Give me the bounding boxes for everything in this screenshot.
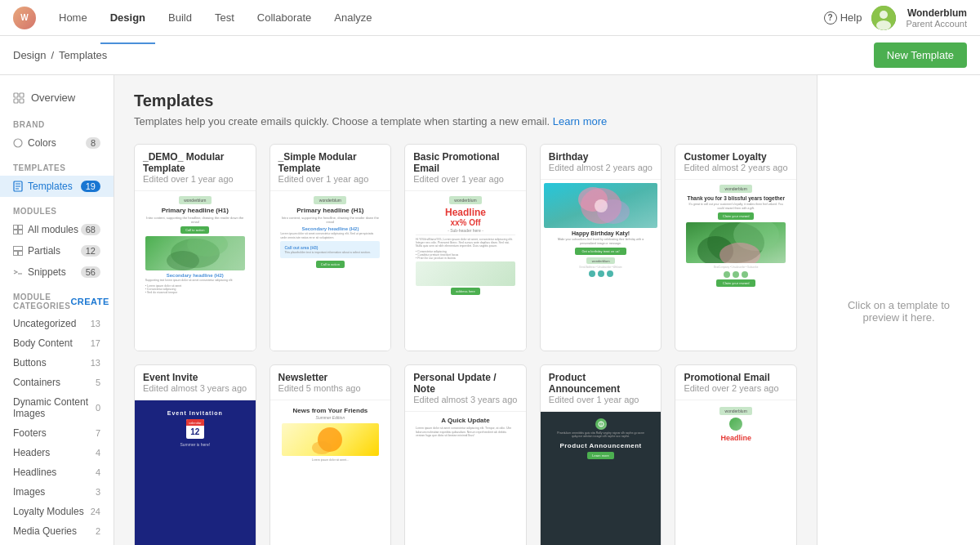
- sidebar-item-snippets[interactable]: Snippets 56: [0, 261, 114, 283]
- sidebar-overview[interactable]: Overview: [0, 85, 114, 110]
- sidebar-item-colors[interactable]: Colors 8: [0, 132, 114, 154]
- svg-point-26: [595, 199, 608, 212]
- category-headlines[interactable]: Headlines4: [0, 462, 114, 482]
- svg-point-32: [312, 441, 332, 454]
- svg-rect-15: [19, 230, 23, 235]
- template-card-product[interactable]: Product Announcement Edited over 1 year …: [540, 364, 662, 545]
- all-modules-left: All modules: [13, 224, 78, 235]
- sidebar: Overview BRAND Colors 8 TEMPLATES Templa…: [0, 75, 114, 545]
- nav-build[interactable]: Build: [158, 2, 202, 34]
- template-card-basic-header: Basic Promotional Email Edited over 1 ye…: [405, 145, 526, 191]
- sidebar-item-templates[interactable]: Templates 19: [0, 176, 114, 197]
- template-name: Basic Promotional Email: [413, 151, 518, 174]
- page-title: Templates: [134, 92, 797, 110]
- template-name: _DEMO_ Modular Template: [143, 151, 247, 174]
- partials-left: Partials: [13, 245, 60, 257]
- preview-loyalty-btn: Claim your reward: [718, 212, 754, 220]
- nav-collaborate[interactable]: Collaborate: [247, 2, 322, 34]
- nav-design[interactable]: Design: [100, 2, 155, 34]
- preview-birthday-footer: Email Address • Unsubscribe • Website: [580, 266, 622, 269]
- help-label: Help: [840, 11, 862, 24]
- template-date: Edited almost 3 years ago: [143, 383, 247, 393]
- preview-btn-simple: Call to action: [316, 261, 345, 268]
- template-preview-simple: wonderblum Primary headline (H1) Intro c…: [270, 191, 391, 351]
- colors-count: 8: [86, 137, 100, 149]
- template-preview-birthday: Happy Birthday Katy! Make your subscribe…: [541, 180, 662, 339]
- preview-product-text: Praettulum ommittitis guis vita Rally ve…: [552, 431, 648, 438]
- right-panel-text: Click on a template to preview it here.: [834, 299, 964, 324]
- preview-birthday-image: [544, 183, 658, 228]
- svg-point-2: [876, 20, 891, 30]
- template-card-personal[interactable]: Personal Update / Note Edited almost 3 y…: [404, 364, 527, 545]
- category-buttons[interactable]: Buttons13: [0, 353, 114, 373]
- category-containers[interactable]: Containers5: [0, 373, 114, 392]
- category-images[interactable]: Images3: [0, 482, 114, 502]
- preview-body-basic: Hi %%firstName%%, Lorem ipsum dolor sit …: [416, 238, 515, 248]
- template-date: Edited over 1 year ago: [549, 395, 653, 404]
- category-headers[interactable]: Headers4: [0, 443, 114, 462]
- template-preview-newsletter: News from Your Friends Summer Edition Lo…: [270, 400, 391, 545]
- category-loyalty[interactable]: Loyalty Modules24: [0, 502, 114, 521]
- preview-img-basic: [416, 261, 515, 286]
- template-card-basic-promo[interactable]: Basic Promotional Email Edited over 1 ye…: [404, 144, 527, 351]
- category-body-content[interactable]: Body Content17: [0, 333, 114, 353]
- template-preview-loyalty: wonderblum Thank you for 3 blissful year…: [675, 180, 796, 339]
- svg-rect-14: [14, 230, 18, 235]
- templates-label: Templates: [28, 181, 73, 192]
- right-panel: Click on a template to preview it here.: [817, 75, 980, 545]
- template-card-promo-header: Promotional Email Edited over 2 years ag…: [675, 365, 796, 400]
- help-button[interactable]: ? Help: [824, 11, 862, 25]
- breadcrumb-design[interactable]: Design: [13, 49, 46, 61]
- category-promotional[interactable]: Promotional Modules10: [0, 541, 114, 545]
- category-dynamic-content[interactable]: Dynamic Content Images0: [0, 392, 114, 423]
- svg-point-1: [880, 11, 888, 19]
- preview-logo: wonderblum: [179, 196, 212, 204]
- new-template-button[interactable]: New Template: [874, 42, 967, 68]
- preview-more-text: • Lorem ipsum dolor sit amet• Consectetu…: [145, 284, 245, 295]
- template-card-newsletter[interactable]: Newsletter Edited 5 months ago News from…: [270, 364, 392, 545]
- preview-event-sub: Summer is here!: [180, 442, 210, 447]
- nav-analyze[interactable]: Analyze: [324, 2, 381, 34]
- template-date: Edited over 1 year ago: [143, 174, 247, 184]
- template-card-birthday[interactable]: Birthday Edited almost 2 years ago Happy…: [540, 144, 662, 351]
- template-preview-basic: wonderblum Headline xx% Off - Sub-header…: [405, 191, 526, 351]
- overview-label: Overview: [31, 92, 75, 104]
- template-date: Edited almost 3 years ago: [413, 395, 518, 404]
- template-card-event[interactable]: Event Invite Edited almost 3 years ago E…: [134, 364, 256, 545]
- sidebar-item-partials[interactable]: Partials 12: [0, 240, 114, 261]
- preview-h2-simple: Secondary headline (H2): [301, 226, 359, 231]
- preview-body-text: Supporting text lorem ipsum dolor sit am…: [145, 279, 245, 282]
- module-categories-title: MODULE CATEGORIES: [13, 293, 70, 310]
- template-card-demo[interactable]: _DEMO_ Modular Template Edited over 1 ye…: [134, 144, 256, 351]
- category-uncategorized[interactable]: Uncategorized13: [0, 314, 114, 333]
- app-logo: W: [13, 7, 36, 29]
- preview-event-content: Event Invitation calendar 12 Summer is h…: [135, 400, 256, 545]
- module-categories-header: MODULE CATEGORIES Create: [0, 283, 114, 314]
- svg-rect-17: [14, 252, 18, 256]
- preview-loyalty-text: It's great to call out your customer's l…: [686, 203, 786, 210]
- category-footers[interactable]: Footers7: [0, 423, 114, 443]
- colors-label: Colors: [28, 137, 56, 149]
- preview-promo-email-content: wonderblum Headline: [675, 400, 796, 545]
- create-category-button[interactable]: Create: [70, 297, 109, 306]
- preview-promo-headline: Headline: [720, 434, 751, 442]
- template-card-loyalty[interactable]: Customer Loyalty Edited almost 2 years a…: [675, 144, 797, 351]
- template-card-promo-email[interactable]: Promotional Email Edited over 2 years ag…: [675, 364, 797, 545]
- preview-product-logo: [595, 418, 607, 430]
- snippets-icon: [13, 267, 23, 277]
- user-name: Wonderblum: [906, 7, 967, 19]
- preview-product-content: Praettulum ommittitis guis vita Rally ve…: [541, 412, 662, 545]
- sidebar-item-all-modules[interactable]: All modules 68: [0, 219, 114, 240]
- snippets-left: Snippets: [13, 266, 66, 278]
- template-card-simple-header: _Simple Modular Template Edited over 1 y…: [270, 145, 391, 191]
- sidebar-item-colors-left: Colors: [13, 137, 56, 149]
- preview-birthday-social: [589, 270, 613, 277]
- nav-home[interactable]: Home: [49, 2, 97, 34]
- template-name: Promotional Email: [684, 372, 788, 383]
- nav-test[interactable]: Test: [205, 2, 244, 34]
- learn-more-link[interactable]: Learn more: [553, 115, 607, 127]
- template-name: _Simple Modular Template: [278, 151, 383, 174]
- template-card-simple[interactable]: _Simple Modular Template Edited over 1 y…: [270, 144, 392, 351]
- all-modules-icon: [13, 225, 23, 235]
- category-media-queries[interactable]: Media Queries2: [0, 521, 114, 541]
